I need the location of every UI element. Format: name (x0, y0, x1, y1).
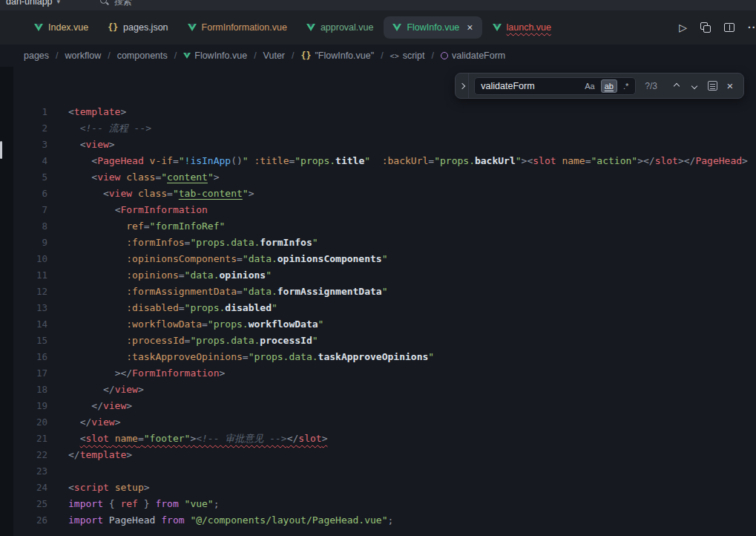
toggle-replace-button[interactable] (456, 73, 469, 98)
breadcrumb-item-flowinfo-vue[interactable]: FlowInfo.vue (183, 50, 247, 61)
tab-launch-vue[interactable]: launch.vue (484, 16, 560, 39)
regex-button[interactable]: .* (619, 79, 632, 93)
code-line[interactable]: 6 <view class="tab-content"> (13, 186, 756, 202)
more-actions-button[interactable]: ··· (748, 22, 756, 33)
code-line[interactable]: 5 <view class="content"> (13, 169, 756, 186)
breadcrumb-separator: / (432, 50, 434, 61)
line-number: 16 (13, 349, 47, 365)
next-match-button[interactable] (687, 79, 702, 94)
code-text: :formInfos="props.data.formInfos" (47, 235, 318, 251)
find-input[interactable]: validateForm Aa ab .* (474, 77, 636, 95)
search-label: 搜索 (114, 0, 132, 8)
breadcrumb-item-vuter[interactable]: Vuter (263, 50, 285, 61)
chevron-right-icon (459, 82, 465, 88)
code-line[interactable]: 14 :workflowData="props.workflowData" (13, 316, 756, 333)
line-number: 7 (13, 202, 47, 218)
close-icon[interactable]: × (467, 22, 473, 33)
line-number: 18 (13, 382, 47, 398)
code-text: :formAssignmentData="data.formAssignment… (47, 284, 388, 300)
code-line[interactable]: 11 :opinions="data.opinions" (13, 267, 756, 284)
code-text: <view> (47, 137, 115, 153)
tab-label: FlowInfo.vue (407, 22, 459, 33)
code-line[interactable]: 20 </view> (13, 414, 756, 431)
tab-index-vue[interactable]: Index.vue (25, 16, 97, 39)
project-name-dropdown[interactable]: dan-uniapp ▾ (6, 0, 60, 7)
chevron-down-icon: ▾ (57, 0, 61, 5)
code-line[interactable]: 23 (13, 463, 756, 480)
code-line[interactable]: 22</template> (13, 447, 756, 463)
vue-icon (306, 24, 315, 31)
code-line[interactable]: 12 :formAssignmentData="data.formAssignm… (13, 284, 756, 300)
scroll-indicator[interactable] (0, 141, 2, 159)
breadcrumb: pages/workflow/components/FlowInfo.vue/V… (0, 45, 756, 67)
code-text: :opinions="data.opinions" (47, 267, 272, 284)
search-icon (100, 0, 109, 6)
tab-flowinfo-vue[interactable]: FlowInfo.vue× (384, 16, 481, 39)
editor[interactable]: 1<template>2 <!-- 流程 -->3 <view>4 <PageH… (0, 67, 756, 536)
code-line[interactable]: 19 </view> (13, 398, 756, 414)
line-number: 25 (13, 496, 47, 512)
tab-label: approval.vue (321, 22, 374, 33)
tab-forminformation-vue[interactable]: FormInformation.vue (179, 16, 296, 39)
code-line[interactable]: 17 ></FormInformation> (13, 365, 756, 382)
line-number: 9 (13, 235, 47, 251)
line-number: 11 (13, 267, 47, 284)
title-bar: dan-uniapp ▾ 搜索 (0, 0, 756, 10)
code-text: :workflowData="props.workflowData" (47, 316, 323, 333)
breadcrumb-label: "FlowInfo.vue" (315, 50, 374, 61)
chevron-up-icon (674, 82, 680, 88)
code-line[interactable]: 4 <PageHead v-if="!isInApp()" :title="pr… (13, 153, 756, 169)
breadcrumb-item-pages[interactable]: pages (24, 50, 49, 61)
json-braces-icon: {} (301, 50, 312, 61)
find-in-selection-button[interactable] (705, 79, 720, 94)
code-line[interactable]: 18 </view> (13, 382, 756, 398)
tab-pages-json[interactable]: {}pages.json (99, 16, 177, 39)
close-icon: × (727, 80, 734, 91)
close-find-button[interactable]: × (723, 79, 737, 94)
breadcrumb-item-workflow[interactable]: workflow (65, 50, 102, 61)
code-area[interactable]: 1<template>2 <!-- 流程 -->3 <view>4 <PageH… (13, 67, 756, 536)
code-line[interactable]: 1<template> (13, 104, 756, 120)
line-number: 2 (13, 120, 47, 137)
code-line[interactable]: 26import PageHead from "@/components/lay… (13, 512, 756, 529)
code-text: :disabled="props.disabled" (47, 300, 277, 316)
code-line[interactable]: 21 <slot name="footer"><!-- 审批意见 --></sl… (13, 431, 756, 447)
vue-icon (392, 24, 401, 31)
code-line[interactable]: 10 :opinionsComponents="data.opinionsCom… (13, 251, 756, 267)
code-text: <script setup> (47, 480, 150, 496)
code-line[interactable]: 25import { ref } from "vue"; (13, 496, 756, 512)
code-text (47, 463, 68, 480)
breadcrumb-separator: / (108, 50, 110, 61)
tab-approval-vue[interactable]: approval.vue (298, 16, 383, 39)
breadcrumb-separator: / (174, 50, 177, 61)
line-number: 10 (13, 251, 47, 267)
breadcrumb-item--flowinfo-vue-[interactable]: {}"FlowInfo.vue" (301, 50, 375, 61)
previous-match-button[interactable] (669, 79, 684, 94)
split-editor-button[interactable] (724, 23, 734, 32)
breadcrumb-separator: / (254, 50, 256, 61)
code-line[interactable]: 15 :processId="props.data.processId" (13, 333, 756, 349)
breadcrumb-item-validateform[interactable]: validateForm (441, 50, 505, 61)
code-text: <view class="content"> (47, 169, 220, 186)
whole-word-button[interactable]: ab (601, 79, 617, 93)
tab-label: FormInformation.vue (202, 22, 287, 33)
global-search-button[interactable]: 搜索 (100, 0, 132, 8)
match-case-button[interactable]: Aa (581, 79, 598, 93)
code-line[interactable]: 9 :formInfos="props.data.formInfos" (13, 235, 756, 251)
line-number: 24 (13, 480, 47, 496)
code-line[interactable]: 7 <FormInformation (13, 202, 756, 218)
code-line[interactable]: 3 <view> (13, 137, 756, 153)
find-results-count: ?/3 (645, 81, 657, 91)
line-number: 23 (13, 463, 47, 480)
tab-label: launch.vue (507, 22, 551, 33)
code-line[interactable]: 24<script setup> (13, 480, 756, 496)
compare-changes-button[interactable] (700, 22, 711, 33)
code-line[interactable]: 16 :taskApproveOpinions="props.data.task… (13, 349, 756, 365)
code-line[interactable]: 2 <!-- 流程 --> (13, 120, 756, 137)
breadcrumb-item-script[interactable]: <>script (390, 50, 425, 61)
code-line[interactable]: 13 :disabled="props.disabled" (13, 300, 756, 316)
run-button[interactable]: ▷ (679, 22, 687, 33)
breadcrumb-item-components[interactable]: components (117, 50, 168, 61)
code-text: </view> (47, 414, 120, 431)
code-line[interactable]: 8 ref="formInfoRef" (13, 218, 756, 235)
